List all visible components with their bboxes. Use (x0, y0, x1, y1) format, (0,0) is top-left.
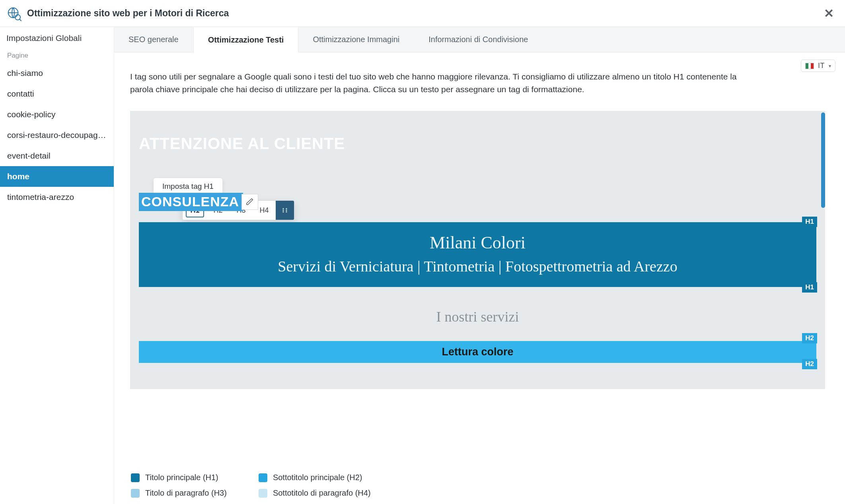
legend-swatch-h2 (259, 473, 267, 482)
heading-legend: Titolo principale (H1) Titolo di paragra… (130, 473, 825, 498)
preview-scrollbar[interactable] (821, 112, 825, 208)
tab-informazioni-condivisione[interactable]: Informazioni di Condivisione (414, 27, 543, 52)
svg-point-2 (282, 208, 284, 209)
sidebar-item-contatti[interactable]: contatti (0, 83, 114, 104)
close-icon[interactable]: ✕ (822, 6, 836, 21)
edit-selection-icon[interactable] (241, 194, 258, 210)
seo-globe-icon (6, 6, 21, 21)
sidebar-item-cookie-policy[interactable]: cookie-policy (0, 104, 114, 125)
legend-swatch-h3 (131, 489, 140, 498)
preview-h2-text: Lettura colore (442, 346, 513, 358)
legend-h1-label: Titolo principale (H1) (145, 473, 218, 482)
h1-badge-top: H1 (802, 217, 817, 227)
preview-canvas: ATTENZIONE AL CLIENTE FORMAZIONE Imposta… (130, 111, 825, 389)
sidebar-section-title: Pagine (0, 48, 114, 63)
italy-flag-icon (805, 63, 814, 69)
svg-point-5 (286, 209, 287, 211)
svg-point-7 (286, 211, 287, 212)
main: SEO generale Ottimizzazione Testi Ottimi… (114, 27, 845, 504)
legend-swatch-h4 (259, 489, 267, 498)
svg-point-4 (282, 209, 284, 211)
tabs: SEO generale Ottimizzazione Testi Ottimi… (114, 27, 845, 52)
intro-text: I tag sono utili per segnalare a Google … (130, 70, 751, 95)
tab-seo-generale[interactable]: SEO generale (114, 27, 193, 52)
legend-h3-label: Titolo di paragrafo (H3) (145, 488, 227, 498)
tab-ottimizzazione-immagini[interactable]: Ottimizzazione Immagini (298, 27, 414, 52)
preview-h2-block[interactable]: H2 Lettura colore H2 (139, 341, 816, 363)
tab-ottimizzazione-testi[interactable]: Ottimizzazione Testi (193, 27, 299, 52)
preview-services-title[interactable]: I nostri servizi (139, 308, 816, 325)
preview-h1-line1: Milani Colori (148, 233, 808, 253)
app-title: Ottimizzazione sito web per i Motori di … (27, 8, 229, 19)
sidebar-item-event-detail[interactable]: event-detail (0, 145, 114, 166)
h1-badge-bottom: H1 (802, 282, 817, 293)
sidebar-item-chi-siamo[interactable]: chi-siamo (0, 63, 114, 83)
preview-h1-line2: Servizi di Verniciatura | Tintometria | … (148, 258, 808, 275)
svg-point-6 (282, 211, 284, 212)
preview-selected-text[interactable]: CONSULENZA (139, 193, 243, 211)
sidebar-item-home[interactable]: home (0, 166, 114, 187)
chevron-down-icon: ▾ (829, 63, 831, 69)
preview-faint-text-1[interactable]: ATTENZIONE AL CLIENTE (139, 135, 816, 153)
drag-handle-icon[interactable] (276, 201, 294, 220)
preview-h1-block[interactable]: H1 Milani Colori Servizi di Verniciatura… (139, 222, 816, 287)
sidebar: Impostazioni Globali Pagine chi-siamo co… (0, 27, 114, 504)
app-header: Ottimizzazione sito web per i Motori di … (0, 0, 845, 27)
legend-h4-label: Sottotitolo di paragrafo (H4) (273, 488, 371, 498)
sidebar-global-settings[interactable]: Impostazioni Globali (0, 27, 114, 48)
sidebar-item-corsi-restauro[interactable]: corsi-restauro-decoupage-… (0, 125, 114, 145)
language-code: IT (818, 62, 825, 70)
language-selector[interactable]: IT ▾ (801, 60, 835, 72)
h2-badge-top: H2 (802, 333, 817, 343)
legend-h2-label: Sottotitolo principale (H2) (273, 473, 362, 482)
h2-badge-bottom: H2 (802, 359, 817, 369)
svg-point-3 (286, 208, 287, 209)
sidebar-item-tintometria[interactable]: tintometria-arezzo (0, 187, 114, 207)
legend-swatch-h1 (131, 473, 140, 482)
